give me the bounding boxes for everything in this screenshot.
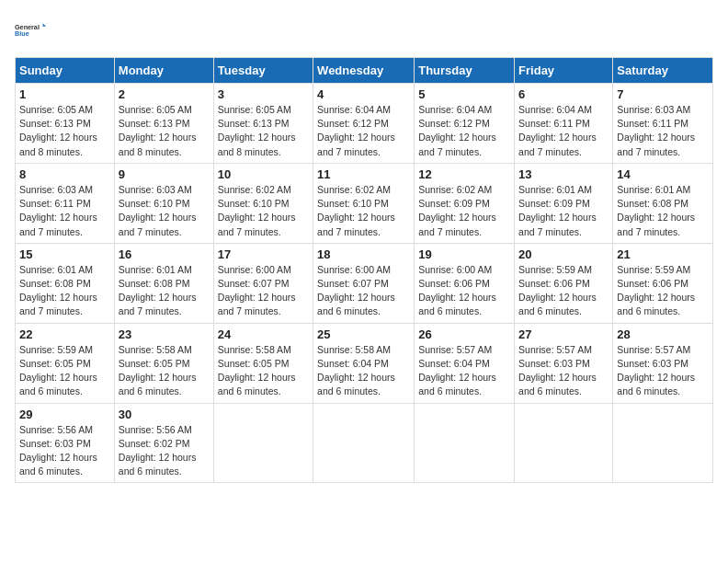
day-number: 13	[518, 167, 609, 181]
calendar-header: SundayMondayTuesdayWednesdayThursdayFrid…	[16, 58, 713, 84]
day-detail: Sunrise: 6:04 AMSunset: 6:12 PMDaylight:…	[317, 104, 395, 157]
calendar-cell: 6 Sunrise: 6:04 AMSunset: 6:11 PMDayligh…	[515, 84, 613, 164]
day-number: 19	[418, 247, 510, 261]
calendar-cell	[515, 403, 613, 483]
calendar-week-4: 22 Sunrise: 5:59 AMSunset: 6:05 PMDaylig…	[16, 323, 713, 403]
calendar-cell: 30 Sunrise: 5:56 AMSunset: 6:02 PMDaylig…	[114, 403, 213, 483]
day-number: 12	[418, 167, 510, 181]
page-header: General Blue	[15, 15, 713, 46]
day-detail: Sunrise: 5:56 AMSunset: 6:02 PMDaylight:…	[119, 424, 197, 477]
calendar-cell: 2 Sunrise: 6:05 AMSunset: 6:13 PMDayligh…	[114, 84, 213, 164]
day-number: 9	[119, 167, 210, 181]
day-header-monday: Monday	[114, 58, 213, 84]
day-header-saturday: Saturday	[613, 58, 713, 84]
day-number: 10	[218, 167, 309, 181]
calendar-cell: 12 Sunrise: 6:02 AMSunset: 6:09 PMDaylig…	[415, 163, 515, 243]
calendar-cell: 19 Sunrise: 6:00 AMSunset: 6:06 PMDaylig…	[415, 243, 515, 323]
day-detail: Sunrise: 6:03 AMSunset: 6:11 PMDaylight:…	[19, 184, 97, 237]
day-detail: Sunrise: 6:00 AMSunset: 6:07 PMDaylight:…	[317, 264, 395, 317]
day-detail: Sunrise: 6:01 AMSunset: 6:08 PMDaylight:…	[119, 264, 197, 317]
calendar-cell: 16 Sunrise: 6:01 AMSunset: 6:08 PMDaylig…	[114, 243, 213, 323]
day-number: 8	[19, 167, 110, 181]
day-header-thursday: Thursday	[415, 58, 515, 84]
day-detail: Sunrise: 5:59 AMSunset: 6:06 PMDaylight:…	[617, 264, 695, 317]
calendar-cell: 5 Sunrise: 6:04 AMSunset: 6:12 PMDayligh…	[415, 84, 515, 164]
calendar-cell: 7 Sunrise: 6:03 AMSunset: 6:11 PMDayligh…	[613, 84, 713, 164]
day-number: 17	[218, 247, 309, 261]
calendar-week-5: 29 Sunrise: 5:56 AMSunset: 6:03 PMDaylig…	[16, 403, 713, 483]
calendar-cell: 26 Sunrise: 5:57 AMSunset: 6:04 PMDaylig…	[415, 323, 515, 403]
day-number: 29	[19, 408, 110, 421]
svg-marker-2	[43, 23, 46, 26]
calendar-cell: 13 Sunrise: 6:01 AMSunset: 6:09 PMDaylig…	[515, 163, 613, 243]
day-number: 16	[119, 247, 210, 261]
calendar-cell: 24 Sunrise: 5:58 AMSunset: 6:05 PMDaylig…	[213, 323, 313, 403]
day-detail: Sunrise: 6:01 AMSunset: 6:09 PMDaylight:…	[518, 184, 597, 237]
calendar-week-1: 1 Sunrise: 6:05 AMSunset: 6:13 PMDayligh…	[16, 84, 713, 164]
day-number: 22	[19, 327, 110, 341]
svg-text:Blue: Blue	[15, 29, 29, 38]
day-detail: Sunrise: 6:02 AMSunset: 6:10 PMDaylight:…	[317, 184, 395, 237]
day-detail: Sunrise: 5:57 AMSunset: 6:04 PMDaylight:…	[418, 344, 496, 397]
calendar-cell: 28 Sunrise: 5:57 AMSunset: 6:03 PMDaylig…	[613, 323, 713, 403]
calendar-cell: 8 Sunrise: 6:03 AMSunset: 6:11 PMDayligh…	[16, 163, 115, 243]
calendar-table: SundayMondayTuesdayWednesdayThursdayFrid…	[15, 57, 713, 483]
calendar-cell: 21 Sunrise: 5:59 AMSunset: 6:06 PMDaylig…	[613, 243, 713, 323]
day-detail: Sunrise: 6:01 AMSunset: 6:08 PMDaylight:…	[617, 184, 695, 237]
day-number: 3	[218, 87, 309, 101]
day-number: 15	[19, 247, 110, 261]
day-detail: Sunrise: 5:59 AMSunset: 6:06 PMDaylight:…	[518, 264, 597, 317]
day-number: 14	[617, 167, 709, 181]
day-detail: Sunrise: 6:00 AMSunset: 6:06 PMDaylight:…	[418, 264, 496, 317]
calendar-cell	[415, 403, 515, 483]
calendar-cell: 25 Sunrise: 5:58 AMSunset: 6:04 PMDaylig…	[313, 323, 415, 403]
logo: General Blue	[15, 15, 46, 46]
calendar-cell: 27 Sunrise: 5:57 AMSunset: 6:03 PMDaylig…	[515, 323, 613, 403]
day-header-sunday: Sunday	[16, 58, 115, 84]
calendar-cell	[213, 403, 313, 483]
calendar-cell	[313, 403, 415, 483]
day-detail: Sunrise: 6:03 AMSunset: 6:10 PMDaylight:…	[119, 184, 197, 237]
day-detail: Sunrise: 6:00 AMSunset: 6:07 PMDaylight:…	[218, 264, 296, 317]
calendar-cell: 9 Sunrise: 6:03 AMSunset: 6:10 PMDayligh…	[114, 163, 213, 243]
day-number: 2	[119, 87, 210, 101]
day-detail: Sunrise: 6:02 AMSunset: 6:09 PMDaylight:…	[418, 184, 496, 237]
calendar-cell: 4 Sunrise: 6:04 AMSunset: 6:12 PMDayligh…	[313, 84, 415, 164]
day-detail: Sunrise: 5:57 AMSunset: 6:03 PMDaylight:…	[518, 344, 597, 397]
calendar-cell: 3 Sunrise: 6:05 AMSunset: 6:13 PMDayligh…	[213, 84, 313, 164]
day-detail: Sunrise: 6:03 AMSunset: 6:11 PMDaylight:…	[617, 104, 695, 157]
day-detail: Sunrise: 6:04 AMSunset: 6:11 PMDaylight:…	[518, 104, 597, 157]
day-number: 30	[119, 408, 210, 421]
day-number: 24	[218, 327, 309, 341]
day-detail: Sunrise: 5:58 AMSunset: 6:04 PMDaylight:…	[317, 344, 395, 397]
calendar-cell: 14 Sunrise: 6:01 AMSunset: 6:08 PMDaylig…	[613, 163, 713, 243]
calendar-cell	[613, 403, 713, 483]
day-number: 20	[518, 247, 609, 261]
day-number: 26	[418, 327, 510, 341]
calendar-cell: 23 Sunrise: 5:58 AMSunset: 6:05 PMDaylig…	[114, 323, 213, 403]
calendar-cell: 15 Sunrise: 6:01 AMSunset: 6:08 PMDaylig…	[16, 243, 115, 323]
calendar-cell: 11 Sunrise: 6:02 AMSunset: 6:10 PMDaylig…	[313, 163, 415, 243]
day-detail: Sunrise: 6:04 AMSunset: 6:12 PMDaylight:…	[418, 104, 496, 157]
calendar-cell: 10 Sunrise: 6:02 AMSunset: 6:10 PMDaylig…	[213, 163, 313, 243]
day-detail: Sunrise: 6:05 AMSunset: 6:13 PMDaylight:…	[218, 104, 296, 157]
day-detail: Sunrise: 5:56 AMSunset: 6:03 PMDaylight:…	[19, 424, 97, 477]
day-number: 21	[617, 247, 709, 261]
calendar-cell: 29 Sunrise: 5:56 AMSunset: 6:03 PMDaylig…	[16, 403, 115, 483]
calendar-week-3: 15 Sunrise: 6:01 AMSunset: 6:08 PMDaylig…	[16, 243, 713, 323]
day-number: 1	[19, 87, 110, 101]
day-number: 28	[617, 327, 709, 341]
day-detail: Sunrise: 6:02 AMSunset: 6:10 PMDaylight:…	[218, 184, 296, 237]
day-detail: Sunrise: 6:05 AMSunset: 6:13 PMDaylight:…	[119, 104, 197, 157]
day-header-tuesday: Tuesday	[213, 58, 313, 84]
calendar-cell: 1 Sunrise: 6:05 AMSunset: 6:13 PMDayligh…	[16, 84, 115, 164]
day-detail: Sunrise: 6:01 AMSunset: 6:08 PMDaylight:…	[19, 264, 97, 317]
day-detail: Sunrise: 5:58 AMSunset: 6:05 PMDaylight:…	[119, 344, 197, 397]
day-number: 5	[418, 87, 510, 101]
day-number: 7	[617, 87, 709, 101]
logo-svg: General Blue	[15, 15, 46, 46]
calendar-cell: 17 Sunrise: 6:00 AMSunset: 6:07 PMDaylig…	[213, 243, 313, 323]
calendar-cell: 18 Sunrise: 6:00 AMSunset: 6:07 PMDaylig…	[313, 243, 415, 323]
calendar-cell: 22 Sunrise: 5:59 AMSunset: 6:05 PMDaylig…	[16, 323, 115, 403]
day-number: 25	[317, 327, 410, 341]
